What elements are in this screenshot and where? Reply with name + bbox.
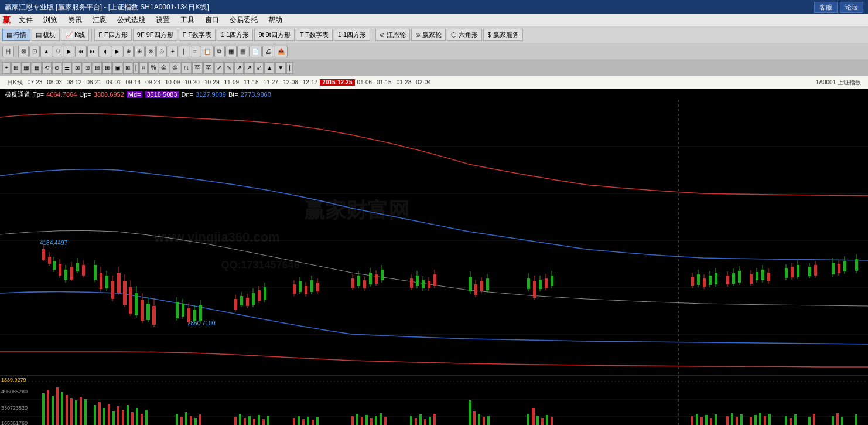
tb3-btn-14[interactable]: | [133,62,139,74]
tb3-btn-19[interactable]: ↑↓ [181,62,192,74]
menu-trade[interactable]: 交易委托 [225,14,262,26]
tb2-btn-4[interactable]: 0 [53,46,63,57]
bt-value: 2773.9860 [241,91,271,98]
vol-bar-r21 [832,416,834,425]
tb3-btn-6[interactable]: ⊙ [52,62,61,74]
tb2-btn-16[interactable]: ⌗ [190,46,200,57]
tb3-btn-17[interactable]: 金 [159,62,169,74]
tb3-btn-16[interactable]: % [148,62,158,74]
tb3-btn-11[interactable]: ⊞ [102,62,112,74]
tb3-btn-5[interactable]: ⟲ [42,62,52,74]
tb3-btn-20[interactable]: 至 [192,62,203,74]
tb3-btn-12[interactable]: ▣ [112,62,122,74]
menu-browse[interactable]: 浏览 [39,14,62,26]
btn-fnum[interactable]: F F数字表 [179,29,216,41]
menu-help[interactable]: 帮助 [264,14,287,26]
tb2-btn-3[interactable]: ▲ [40,46,52,57]
tb2-btn-13[interactable]: ⊙ [156,46,167,57]
btn-hangqing[interactable]: ▦行情 [2,29,30,41]
tb2-btn-12[interactable]: ⊗ [145,46,156,57]
service-button[interactable]: 客服 [814,2,838,13]
md-value: 3518.5083 [145,91,179,98]
tb2-btn-5[interactable]: ▶ [64,46,74,57]
tb3-btn-13[interactable]: ⊠ [123,62,132,74]
tb2-btn-19[interactable]: ▦ [225,46,237,57]
vol-bar-33 [190,416,192,425]
btn-yjservice[interactable]: $ 赢家服务 [483,29,522,41]
tb2-btn-14[interactable]: + [168,46,178,57]
btn-hexagon[interactable]: ⬡ 六角形 [447,29,482,41]
tb2-btn-20[interactable]: ▤ [237,46,248,57]
tb3-btn-21[interactable]: 至 [203,62,214,74]
tb3-btn-26[interactable]: ↙ [254,62,264,74]
tb2-btn-18[interactable]: ⧉ [214,46,225,57]
btn-9t4[interactable]: 9t 9t四方形 [254,29,294,41]
tb2-btn-23[interactable]: 📤 [275,46,288,57]
tb3-btn-7[interactable]: ☰ [62,62,72,74]
tb2-btn-11[interactable]: ⊕ [134,46,145,57]
tb3-btn-10[interactable]: ⊟ [93,62,102,74]
menu-tools[interactable]: 工具 [176,14,199,26]
btn-yjwheel[interactable]: ⊙ 赢家轮 [411,29,446,41]
btn-tnum[interactable]: T T数字表 [296,29,333,41]
tb2-btn-9[interactable]: ▶ [112,46,122,57]
tb2-btn-10[interactable]: ⊕ [123,46,134,57]
menu-window[interactable]: 窗口 [200,14,224,26]
vol-bar-81 [473,411,476,425]
tb2-btn-15[interactable]: | [179,46,189,57]
tb2-btn-7[interactable]: ⏭ [87,46,99,57]
menu-news[interactable]: 资讯 [63,14,87,26]
vol-bar-r15 [768,414,771,425]
tb2-btn-day[interactable]: 日 [2,46,14,57]
date-1118: 11-18 [241,79,261,86]
tb3-btn-15[interactable]: ⌗ [139,62,148,74]
btn-kline[interactable]: 📈K线 [61,29,89,41]
title-bar: 赢家江恩专业版 [赢家服务平台] - [上证指数 SH1A0001-134日K线… [0,0,868,14]
tb3-btn-1[interactable]: + [2,62,11,74]
forum-button[interactable]: 论坛 [840,2,863,13]
menu-formula[interactable]: 公式选股 [112,14,150,26]
date-1109: 11-09 [221,79,241,86]
tb3-btn-18[interactable]: 金 [170,62,180,74]
tb3-btn-28[interactable]: ▼ [275,62,286,74]
tb3-btn-23[interactable]: ⤡ [224,62,234,74]
date-0914: 09-14 [124,79,143,86]
btn-9f4[interactable]: 9F 9F四方形 [133,29,177,41]
tb3-btn-29[interactable]: | [286,62,293,74]
sep2 [373,29,373,41]
btn-f4[interactable]: F F四方形 [94,29,132,41]
tb3-btn-4[interactable]: ▦ [32,62,42,74]
tb2-btn-21[interactable]: 📄 [249,46,262,57]
vol-bar-r9 [736,417,738,425]
menu-file[interactable]: 文件 [14,14,37,26]
symbol-label: 1A0001 上证指数 [814,79,863,87]
tb3-btn-24[interactable]: ↗ [234,62,244,74]
tb3-btn-22[interactable]: ⤢ [214,62,224,74]
vol-bar-10 [84,399,87,425]
tb3-btn-9[interactable]: ⊡ [83,62,92,74]
tb2-btn-6[interactable]: ⏮ [75,46,87,57]
tb3-btn-25[interactable]: ↗ [244,62,254,74]
tb2-btn-17[interactable]: 📋 [201,46,214,57]
vol-bar-82 [478,414,480,425]
menu-settings[interactable]: 设置 [151,14,175,26]
tb3-btn-8[interactable]: ⊠ [73,62,82,74]
tb3-btn-3[interactable]: ▦ [21,62,31,74]
bt-label: Bt= [228,91,238,98]
menu-jiangen[interactable]: 江恩 [88,14,111,26]
date-1208: 12-08 [281,79,300,86]
tb3-btn-2[interactable]: ⊞ [11,62,20,74]
tb2-btn-22[interactable]: 🖨 [262,46,274,57]
tb2-btn-8[interactable]: ⏴ [100,46,111,57]
btn-jewheel[interactable]: ⊙ 江恩轮 [375,29,410,41]
tb3-btn-27[interactable]: ▲ [264,62,275,74]
vol-bar-35 [199,414,201,425]
btn-1s4[interactable]: 1 1四方形 [334,29,370,41]
date-0115: 01-15 [374,79,394,86]
vol-bar-54 [312,420,314,425]
tb2-btn-1[interactable]: ⊠ [18,46,29,57]
vol-label-3: 165361760 [1,420,28,425]
btn-bankuai[interactable]: ▤板块 [32,29,60,41]
tb2-btn-2[interactable]: ⊡ [29,46,40,57]
btn-1t4[interactable]: 1 1四方形 [217,29,253,41]
